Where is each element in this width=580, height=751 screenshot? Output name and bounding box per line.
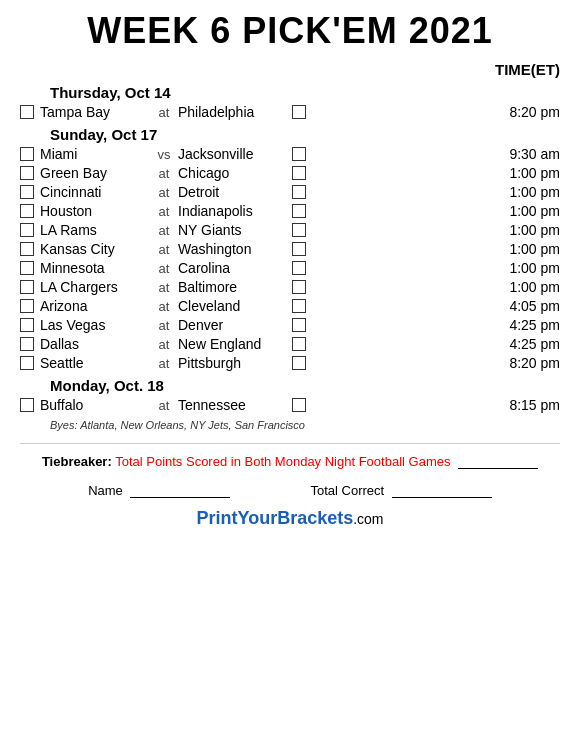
home-checkbox[interactable] [292, 337, 306, 351]
away-checkbox[interactable] [20, 318, 34, 332]
away-team: LA Rams [40, 222, 150, 238]
game-time: 1:00 pm [495, 184, 560, 200]
game-connector: at [150, 398, 178, 413]
section-day-label: Thursday, Oct 14 [50, 84, 560, 101]
home-team: NY Giants [178, 222, 288, 238]
game-connector: at [150, 318, 178, 333]
tiebreaker-description: Total Points Scored in Both Monday Night… [115, 454, 450, 469]
home-team: Detroit [178, 184, 288, 200]
away-team: Las Vegas [40, 317, 150, 333]
name-label: Name [88, 483, 230, 498]
away-team: Dallas [40, 336, 150, 352]
home-team: Baltimore [178, 279, 288, 295]
home-checkbox[interactable] [292, 147, 306, 161]
home-checkbox[interactable] [292, 105, 306, 119]
home-checkbox[interactable] [292, 280, 306, 294]
game-time: 8:15 pm [495, 397, 560, 413]
game-time: 4:05 pm [495, 298, 560, 314]
home-checkbox[interactable] [292, 242, 306, 256]
away-checkbox[interactable] [20, 223, 34, 237]
home-checkbox[interactable] [292, 185, 306, 199]
table-row: Buffalo at Tennessee 8:15 pm [20, 397, 560, 413]
game-time: 1:00 pm [495, 222, 560, 238]
game-connector: vs [150, 147, 178, 162]
away-team: Minnesota [40, 260, 150, 276]
game-time: 1:00 pm [495, 260, 560, 276]
table-row: Cincinnati at Detroit 1:00 pm [20, 184, 560, 200]
brand[interactable]: PrintYourBrackets.com [20, 508, 560, 529]
home-checkbox[interactable] [292, 299, 306, 313]
game-connector: at [150, 280, 178, 295]
game-time: 4:25 pm [495, 336, 560, 352]
table-row: Tampa Bay at Philadelphia 8:20 pm [20, 104, 560, 120]
home-team: Jacksonville [178, 146, 288, 162]
name-input-line[interactable] [130, 497, 230, 498]
game-connector: at [150, 166, 178, 181]
away-team: Buffalo [40, 397, 150, 413]
home-checkbox[interactable] [292, 261, 306, 275]
game-time: 1:00 pm [495, 279, 560, 295]
byes-text: Byes: Atlanta, New Orleans, NY Jets, San… [50, 419, 560, 431]
game-time: 8:20 pm [495, 355, 560, 371]
away-team: Cincinnati [40, 184, 150, 200]
table-row: LA Rams at NY Giants 1:00 pm [20, 222, 560, 238]
away-checkbox[interactable] [20, 185, 34, 199]
home-checkbox[interactable] [292, 204, 306, 218]
away-team: Tampa Bay [40, 104, 150, 120]
game-connector: at [150, 223, 178, 238]
away-checkbox[interactable] [20, 105, 34, 119]
home-team: Chicago [178, 165, 288, 181]
home-team: Philadelphia [178, 104, 288, 120]
game-time: 1:00 pm [495, 241, 560, 257]
away-checkbox[interactable] [20, 166, 34, 180]
away-checkbox[interactable] [20, 147, 34, 161]
game-connector: at [150, 105, 178, 120]
home-checkbox[interactable] [292, 318, 306, 332]
away-checkbox[interactable] [20, 398, 34, 412]
home-team: Denver [178, 317, 288, 333]
tiebreaker-answer-line[interactable] [458, 468, 538, 469]
game-time: 8:20 pm [495, 104, 560, 120]
table-row: Miami vs Jacksonville 9:30 am [20, 146, 560, 162]
away-team: Seattle [40, 355, 150, 371]
away-team: Miami [40, 146, 150, 162]
game-time: 9:30 am [495, 146, 560, 162]
game-time: 4:25 pm [495, 317, 560, 333]
table-row: Houston at Indianapolis 1:00 pm [20, 203, 560, 219]
away-checkbox[interactable] [20, 280, 34, 294]
tiebreaker-label: Tiebreaker: [42, 454, 112, 469]
game-connector: at [150, 185, 178, 200]
away-checkbox[interactable] [20, 337, 34, 351]
table-row: Green Bay at Chicago 1:00 pm [20, 165, 560, 181]
table-row: Las Vegas at Denver 4:25 pm [20, 317, 560, 333]
total-input-line[interactable] [392, 497, 492, 498]
home-team: Tennessee [178, 397, 288, 413]
table-row: Kansas City at Washington 1:00 pm [20, 241, 560, 257]
home-team: Indianapolis [178, 203, 288, 219]
game-connector: at [150, 337, 178, 352]
home-checkbox[interactable] [292, 356, 306, 370]
away-checkbox[interactable] [20, 356, 34, 370]
game-connector: at [150, 242, 178, 257]
home-checkbox[interactable] [292, 166, 306, 180]
home-team: Carolina [178, 260, 288, 276]
home-checkbox[interactable] [292, 398, 306, 412]
table-row: Arizona at Cleveland 4:05 pm [20, 298, 560, 314]
tiebreaker-row: Tiebreaker: Total Points Scored in Both … [20, 454, 560, 469]
away-checkbox[interactable] [20, 242, 34, 256]
away-team: Green Bay [40, 165, 150, 181]
game-connector: at [150, 356, 178, 371]
home-checkbox[interactable] [292, 223, 306, 237]
total-label: Total Correct [310, 483, 491, 498]
game-connector: at [150, 204, 178, 219]
game-connector: at [150, 261, 178, 276]
section-day-label: Sunday, Oct 17 [50, 126, 560, 143]
section-day-label: Monday, Oct. 18 [50, 377, 560, 394]
home-team: Washington [178, 241, 288, 257]
away-team: Houston [40, 203, 150, 219]
away-checkbox[interactable] [20, 204, 34, 218]
away-checkbox[interactable] [20, 261, 34, 275]
home-team: Cleveland [178, 298, 288, 314]
away-checkbox[interactable] [20, 299, 34, 313]
page-title: WEEK 6 PICK'EM 2021 [20, 10, 560, 51]
